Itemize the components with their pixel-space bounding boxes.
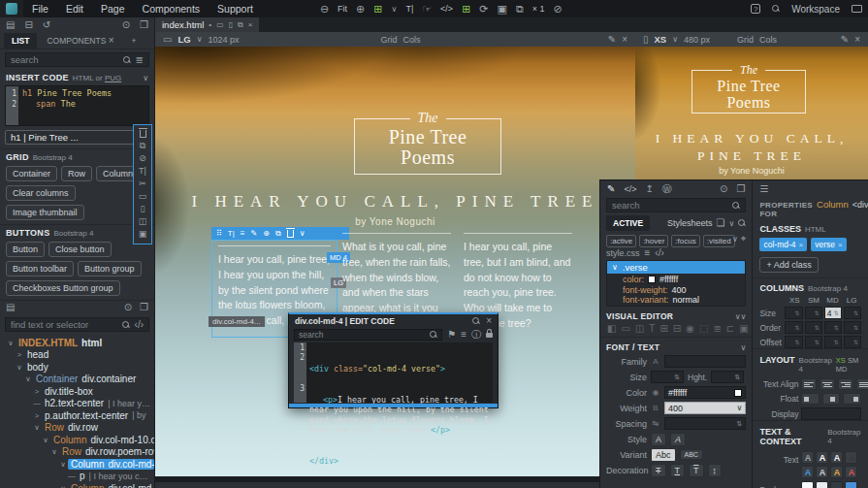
chevron-down-icon[interactable]: ∨ xyxy=(143,74,148,82)
component-button[interactable]: Close button xyxy=(48,242,112,257)
eye-icon[interactable]: ⊙ xyxy=(122,20,130,30)
edit-code-titlebar[interactable]: div.col-md-4 | EDIT CODE × xyxy=(289,314,498,327)
code-window-resize-handle[interactable] xyxy=(289,404,498,407)
page-canvas-xs[interactable]: The Pine TreePoems I HEAR YOU CALL,PINE … xyxy=(635,47,868,179)
clone-view-icon[interactable]: ⧉ xyxy=(238,21,243,29)
visual-tool-icon[interactable]: ◫ xyxy=(635,324,644,334)
visual-tool-icon[interactable]: ⊞ xyxy=(659,324,667,334)
close-view-icon[interactable]: × xyxy=(854,35,860,45)
family-input[interactable] xyxy=(664,355,746,368)
filter-icon[interactable]: ≣ xyxy=(136,55,144,65)
eyedropper-icon[interactable]: ◉ xyxy=(651,388,660,397)
zoom-out-icon[interactable]: ⊖ xyxy=(320,4,329,15)
css-rule-selector[interactable]: ∨ .verse xyxy=(607,261,745,274)
tree-node[interactable]: — h2.text-center | I hear you call, Pin.… xyxy=(0,398,154,410)
wrap-icon[interactable]: ◫ xyxy=(139,217,147,226)
code-tab-icon[interactable]: </> xyxy=(624,184,636,194)
search-input[interactable]: search xyxy=(11,54,118,65)
color-swatch[interactable] xyxy=(734,389,742,397)
wordpress-tab-icon[interactable]: Ⓦ xyxy=(662,184,672,194)
offset-sm-stepper[interactable] xyxy=(805,336,822,348)
hide-icon[interactable]: ⊘ xyxy=(139,154,146,163)
code-editor-area[interactable]: 1 2 3 <div class="col-md-4 verse"> <p>I … xyxy=(294,342,493,403)
background-swatch[interactable] xyxy=(830,481,843,488)
tree-node[interactable]: > p.author.text-center | by xyxy=(0,409,154,422)
menu-item[interactable]: File xyxy=(23,3,57,15)
display-select[interactable] xyxy=(801,407,861,420)
help-icon[interactable]: ? xyxy=(751,4,760,14)
chevron-down-icon[interactable]: ∨ xyxy=(741,343,747,352)
code-tool-icon[interactable]: </> xyxy=(440,4,453,14)
align-left-button[interactable] xyxy=(801,378,817,390)
pseudo-state-button[interactable]: :hover xyxy=(639,235,668,247)
stylesheets-label[interactable]: Stylesheets xyxy=(667,218,713,228)
pin-selector-icon[interactable]: ⌖ xyxy=(741,234,747,244)
text-edit-icon[interactable]: T| xyxy=(228,230,235,238)
poem-author[interactable]: by Yone Noguchi xyxy=(635,166,868,176)
close-tab-icon[interactable]: × xyxy=(248,21,253,29)
edit-icon[interactable]: ✎ xyxy=(251,230,258,238)
tree-expander-icon[interactable]: ∨ xyxy=(32,423,42,432)
order-xs-stepper[interactable] xyxy=(785,321,802,334)
screen-icon[interactable]: ▣ xyxy=(498,4,507,15)
styles-tab-icon[interactable]: ✎ xyxy=(607,184,615,194)
background-swatch[interactable] xyxy=(816,481,828,488)
trash-icon[interactable] xyxy=(140,130,146,138)
pen-icon[interactable]: ✎ xyxy=(608,35,616,45)
tree-node[interactable]: ∨ Container div.container xyxy=(0,374,154,386)
list-icon[interactable]: ≡ xyxy=(241,230,245,238)
css-property-row[interactable]: font-variant: normal xyxy=(607,295,745,306)
stylesheet-name[interactable]: style.css xyxy=(606,248,640,258)
visual-tool-icon[interactable]: ⊏ xyxy=(726,324,734,334)
eye-icon[interactable]: ⊙ xyxy=(124,303,132,312)
tree-node[interactable]: ∨ Row div.row xyxy=(0,422,154,435)
visual-tool-icon[interactable]: ▣ xyxy=(739,324,748,334)
component-button[interactable]: Button xyxy=(6,242,45,257)
tree-node[interactable]: ∨ INDEX.HTML html xyxy=(0,337,154,349)
print-icon[interactable]: ⊟ xyxy=(24,20,32,30)
grid-chevron-icon[interactable]: ∨ xyxy=(392,5,398,14)
float-left-button[interactable] xyxy=(801,393,820,405)
class-chip[interactable]: col-md-4× xyxy=(759,238,807,251)
tree-node[interactable]: > head xyxy=(0,349,154,362)
weight-select[interactable]: 400∨ xyxy=(664,402,746,414)
tree-expander-icon[interactable]: ∨ xyxy=(23,374,33,383)
offset-md-stepper[interactable] xyxy=(824,336,842,348)
close-view-icon[interactable]: × xyxy=(622,35,627,45)
color-input[interactable]: #ffffff xyxy=(664,386,746,399)
tree-expander-icon[interactable]: ∨ xyxy=(49,447,59,456)
component-button[interactable]: Image thumbnail xyxy=(6,205,84,220)
component-button[interactable]: Checkboxes Button group xyxy=(6,280,120,296)
tree-expander-icon[interactable]: > xyxy=(15,350,24,359)
align-justify-button[interactable] xyxy=(856,378,868,390)
info-icon[interactable]: ⓘ xyxy=(471,330,481,340)
add-class-button[interactable]: + Add class xyxy=(759,257,818,273)
visual-tool-icon[interactable]: T xyxy=(649,324,655,334)
quick-insert-field[interactable]: h1 | Pine Tree ... xyxy=(5,130,149,145)
search-icon[interactable] xyxy=(738,219,746,227)
tab-list[interactable]: LIST xyxy=(4,33,37,49)
insert-code-header[interactable]: INSERT CODE HTML or PUG ∨ xyxy=(0,70,154,84)
color-swatch[interactable] xyxy=(648,276,656,283)
text-tool-icon[interactable]: T| xyxy=(405,4,413,14)
pug-link[interactable]: PUG xyxy=(105,74,121,82)
fit-button[interactable]: Fit xyxy=(338,4,347,14)
window-icon[interactable]: ❐ xyxy=(140,20,148,30)
text-color-button[interactable]: A xyxy=(801,466,814,478)
tree-expander-icon[interactable]: ∨ xyxy=(15,363,24,372)
visual-tool-icon[interactable]: ◧ xyxy=(607,324,616,334)
pinegrow-logo[interactable] xyxy=(0,0,23,17)
text-color-button[interactable]: A xyxy=(845,451,857,464)
size-stepper[interactable] xyxy=(651,371,684,383)
deco-overline-button[interactable]: T xyxy=(689,464,704,477)
pen-icon[interactable]: ✎ xyxy=(841,35,849,45)
workspace-button[interactable]: Workspace xyxy=(791,4,840,15)
tree-node[interactable]: ∨ Column div.col-md-10.offset-md xyxy=(0,434,154,446)
visual-tool-icon[interactable]: ⊟ xyxy=(673,324,681,334)
size-md-stepper[interactable]: 4 xyxy=(824,307,842,319)
code-search-input[interactable]: search xyxy=(294,329,442,341)
chevron-down-icon[interactable]: ∨ xyxy=(197,35,203,44)
float-none-button[interactable] xyxy=(822,393,841,405)
grid-toggle[interactable]: Grid xyxy=(737,35,754,45)
font-text-header[interactable]: FONT / TEXT ∨ xyxy=(606,342,746,352)
